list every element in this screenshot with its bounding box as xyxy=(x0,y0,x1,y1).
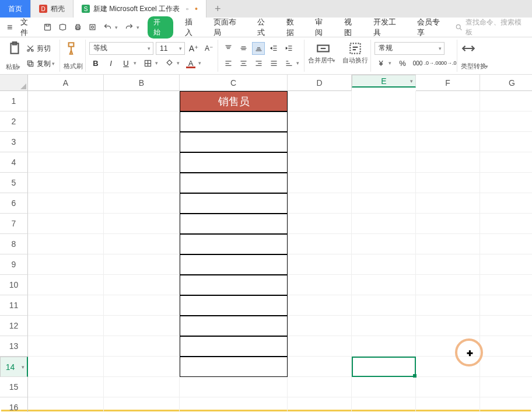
cell-E3[interactable] xyxy=(352,132,416,152)
cell-A16[interactable] xyxy=(28,397,104,412)
decrease-font-icon[interactable]: A⁻ xyxy=(202,42,215,55)
cell-B5[interactable] xyxy=(104,173,180,193)
currency-icon[interactable]: ¥ xyxy=(374,57,387,69)
cell-D6[interactable] xyxy=(288,193,352,214)
decrease-indent-icon[interactable] xyxy=(267,42,280,55)
cell-G10[interactable] xyxy=(480,275,532,295)
cell-G16[interactable] xyxy=(480,397,532,412)
increase-font-icon[interactable]: A⁺ xyxy=(187,42,200,55)
cell-E1[interactable] xyxy=(352,91,416,111)
print-icon[interactable] xyxy=(71,21,84,34)
row-header-3[interactable]: 3 xyxy=(0,132,28,152)
cell-C14[interactable] xyxy=(180,357,288,377)
cell-B15[interactable] xyxy=(104,377,180,397)
cell-A3[interactable] xyxy=(28,132,104,152)
cell-C6[interactable] xyxy=(180,193,288,214)
menu-devtools[interactable]: 开发工具 xyxy=(368,17,409,38)
cell-F14[interactable] xyxy=(416,357,480,377)
cell-G12[interactable] xyxy=(480,316,532,336)
menu-member[interactable]: 会员专享 xyxy=(411,17,453,38)
redo-dropdown-icon[interactable]: ▾ xyxy=(136,25,139,30)
cell-G6[interactable] xyxy=(480,193,532,214)
cell-G15[interactable] xyxy=(480,377,532,397)
cell-A12[interactable] xyxy=(28,316,104,336)
wrap-text-label[interactable]: 自动换行 xyxy=(342,56,368,65)
menu-review[interactable]: 审阅 xyxy=(309,17,336,38)
align-justify-icon[interactable] xyxy=(267,57,280,69)
cell-F7[interactable] xyxy=(416,214,480,234)
fill-color-button[interactable] xyxy=(163,57,176,69)
cell-B10[interactable] xyxy=(104,275,180,295)
align-top-icon[interactable] xyxy=(222,42,235,55)
cell-G2[interactable] xyxy=(480,111,532,132)
cell-A4[interactable] xyxy=(28,152,104,173)
hamburger-icon[interactable]: ≡ xyxy=(5,22,15,33)
font-name-select[interactable]: 等线 xyxy=(89,42,153,55)
row-header-2[interactable]: 2 xyxy=(0,111,28,132)
command-search[interactable]: 查找命令、搜索模板 xyxy=(455,18,527,37)
menu-layout[interactable]: 页面布局 xyxy=(208,17,249,38)
print-preview-icon[interactable] xyxy=(86,21,99,34)
cell-A13[interactable] xyxy=(28,336,104,357)
row-header-11[interactable]: 11 xyxy=(0,295,28,316)
cell-D14[interactable] xyxy=(288,357,352,377)
column-header-B[interactable]: B xyxy=(104,75,180,91)
merge-center-label[interactable]: 合并居中▾ xyxy=(308,56,338,65)
cell-C11[interactable] xyxy=(180,295,288,316)
cell-E15[interactable] xyxy=(352,377,416,397)
cell-E10[interactable] xyxy=(352,275,416,295)
cell-F3[interactable] xyxy=(416,132,480,152)
wrap-text-icon[interactable] xyxy=(348,41,363,56)
row-header-16[interactable]: 16 xyxy=(0,397,28,412)
cell-B14[interactable] xyxy=(104,357,180,377)
cell-D13[interactable] xyxy=(288,336,352,357)
save-as-icon[interactable] xyxy=(57,21,69,34)
row-header-12[interactable]: 12 xyxy=(0,316,28,336)
cell-F6[interactable] xyxy=(416,193,480,214)
menu-view[interactable]: 视图 xyxy=(338,17,365,38)
select-all-corner[interactable] xyxy=(0,75,28,91)
cell-G1[interactable] xyxy=(480,91,532,111)
cell-C16[interactable] xyxy=(180,397,288,412)
cell-E14[interactable] xyxy=(352,357,416,377)
cell-E8[interactable] xyxy=(352,234,416,254)
cell-E16[interactable] xyxy=(352,397,416,412)
column-header-E[interactable]: E xyxy=(352,75,416,88)
cell-C2[interactable] xyxy=(180,111,288,132)
increase-indent-icon[interactable] xyxy=(282,42,295,55)
cell-D8[interactable] xyxy=(288,234,352,254)
cut-button[interactable]: 剪切 xyxy=(26,41,57,56)
align-bottom-icon[interactable] xyxy=(252,42,265,55)
orientation-icon[interactable] xyxy=(282,57,295,69)
row-header-1[interactable]: 1 xyxy=(0,91,28,111)
bold-button[interactable]: B xyxy=(89,57,102,69)
cell-G4[interactable] xyxy=(480,152,532,173)
type-convert-icon[interactable] xyxy=(461,41,476,56)
cell-B1[interactable] xyxy=(104,91,180,111)
column-header-D[interactable]: D xyxy=(288,75,352,91)
row-header-7[interactable]: 7 xyxy=(0,214,28,234)
menu-formula[interactable]: 公式 xyxy=(251,17,278,38)
row-header-14[interactable]: 14 xyxy=(0,357,28,377)
paste-label[interactable]: 粘贴▾ xyxy=(6,62,23,71)
cell-A15[interactable] xyxy=(28,377,104,397)
cell-C15[interactable] xyxy=(180,377,288,397)
cell-C8[interactable] xyxy=(180,234,288,254)
tab-new[interactable]: + xyxy=(206,0,229,18)
tab-doc2[interactable]: S 新建 Microsoft Excel 工作表 ▫ • xyxy=(74,0,206,18)
cell-D3[interactable] xyxy=(288,132,352,152)
cell-B6[interactable] xyxy=(104,193,180,214)
cell-E4[interactable] xyxy=(352,152,416,173)
cell-D10[interactable] xyxy=(288,275,352,295)
cell-B11[interactable] xyxy=(104,295,180,316)
cell-E13[interactable] xyxy=(352,336,416,357)
cell-F12[interactable] xyxy=(416,316,480,336)
border-button[interactable] xyxy=(141,57,154,69)
cell-D7[interactable] xyxy=(288,214,352,234)
paste-icon[interactable] xyxy=(7,41,22,56)
cell-A7[interactable] xyxy=(28,214,104,234)
cell-D11[interactable] xyxy=(288,295,352,316)
undo-icon[interactable] xyxy=(102,21,114,34)
cell-D2[interactable] xyxy=(288,111,352,132)
type-convert-label[interactable]: 类型转换▾ xyxy=(461,62,491,71)
